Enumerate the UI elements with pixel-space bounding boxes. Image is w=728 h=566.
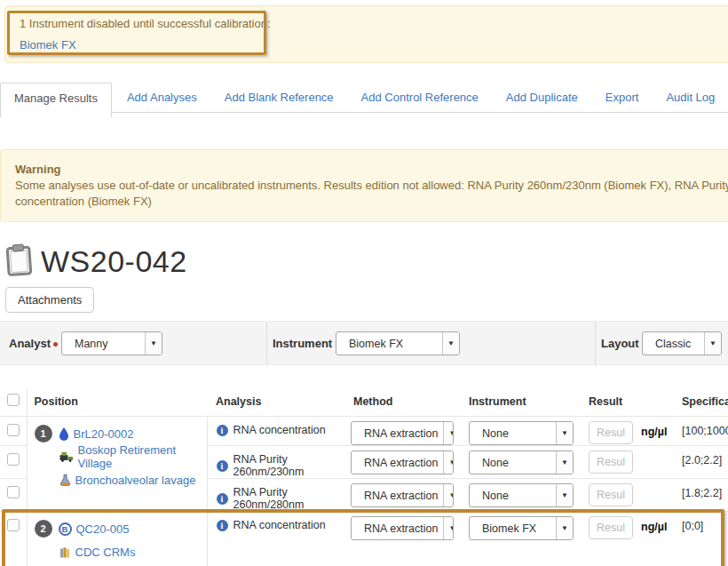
water-drop-icon	[59, 427, 69, 441]
page-title: WS20-042	[41, 244, 187, 279]
tab-add-analyses[interactable]: Add Analyses	[115, 83, 210, 113]
required-dot-icon	[53, 342, 58, 347]
analyst-select-value: Manny	[62, 338, 114, 350]
warning-text-line2: concentration (Biomek FX)	[15, 194, 728, 210]
warning-title: Warning	[15, 162, 728, 178]
sample-link[interactable]: BrL20-0002	[74, 427, 134, 441]
analysis-instrument-select-value: None	[470, 427, 514, 440]
dropdown-arrow-icon: ▼	[443, 517, 454, 539]
column-header-instrument: Instrument	[462, 388, 584, 417]
analyst-select[interactable]: Manny ▼	[61, 331, 162, 355]
tab-manage-results[interactable]: Manage Results	[0, 83, 112, 117]
method-select[interactable]: RNA extraction▼	[351, 483, 454, 507]
info-icon[interactable]: i	[217, 520, 228, 531]
analysis-instrument-select-value: None	[470, 457, 514, 469]
tab-add-control-reference[interactable]: Add Control Reference	[349, 83, 491, 113]
attachments-button[interactable]: Attachments	[5, 287, 94, 313]
sample-link[interactable]: QC20-005	[76, 522, 130, 536]
worksheet-controls-bar: Analyst Manny ▼ Instrument Biomek FX ▼ L…	[0, 321, 728, 365]
instrument-select[interactable]: Biomek FX ▼	[336, 331, 460, 355]
analysis-row: 2BQC20-005CDC CRMsiRNA concentrationRNA …	[0, 512, 728, 566]
layout-label: Layout	[601, 337, 639, 350]
dropdown-arrow-icon: ▼	[442, 332, 459, 355]
client-icon	[59, 451, 74, 462]
position-badge: 1	[35, 425, 52, 442]
calibration-alert: 1 Instrument disabled until successful c…	[4, 5, 728, 63]
row-checkbox[interactable]	[7, 424, 20, 436]
unit-label: ng/µl	[641, 426, 667, 438]
sample-type-link[interactable]: CDC CRMs	[75, 546, 136, 559]
column-header-specification: Specification	[677, 388, 728, 417]
analysis-instrument-select[interactable]: Biomek FX▼	[469, 516, 574, 540]
result-input	[589, 450, 633, 474]
analysis-row: 1BrL20-0002Boskop Retirement VillageBron…	[0, 417, 728, 446]
analysis-instrument-select[interactable]: None▼	[469, 450, 574, 474]
method-select-value: RNA extraction	[352, 427, 443, 440]
specification-value: [0;0]	[682, 520, 703, 532]
column-header-analysis: Analysis	[207, 388, 346, 417]
tab-bar: Manage ResultsAdd AnalysesAdd Blank Refe…	[0, 83, 728, 113]
position-badge: 2	[35, 520, 52, 538]
sample-type-link[interactable]: Bronchoalveolar lavage	[75, 474, 196, 487]
calibration-alert-message: 1 Instrument disabled until successful c…	[20, 17, 728, 30]
info-icon[interactable]: i	[217, 493, 228, 505]
method-select[interactable]: RNA extraction▼	[351, 516, 454, 540]
analysis-instrument-select[interactable]: None▼	[469, 421, 574, 445]
analysis-name: RNA concentration	[233, 424, 326, 436]
tab-audit-log[interactable]: Audit Log	[653, 83, 727, 113]
result-input	[589, 421, 633, 444]
method-select[interactable]: RNA extraction▼	[351, 450, 454, 474]
analyst-label: Analyst	[9, 337, 51, 350]
column-header-position: Position	[27, 388, 207, 417]
method-select-value: RNA extraction	[352, 457, 443, 469]
layout-select[interactable]: Classic ▼	[642, 331, 722, 355]
instrument-label: Instrument	[273, 337, 332, 350]
worksheet-page: 1 Instrument disabled until successful c…	[0, 0, 728, 566]
analysis-name: RNA Purity 260nm/280nm	[233, 486, 347, 511]
method-select[interactable]: RNA extraction▼	[351, 421, 454, 445]
dropdown-arrow-icon: ▼	[556, 451, 573, 474]
dropdown-arrow-icon: ▼	[556, 422, 573, 444]
bar-divider	[266, 322, 267, 366]
specification-value: [2.0;2.2]	[682, 454, 722, 466]
method-select-value: RNA extraction	[352, 522, 443, 535]
row-checkbox[interactable]	[7, 519, 20, 531]
warning-text-line1: Some analyses use out-of-date or uncalib…	[15, 178, 728, 194]
result-input	[589, 516, 633, 539]
specification-value: [1.8;2.2]	[682, 487, 722, 499]
warning-alert: Warning Some analyses use out-of-date or…	[0, 149, 728, 222]
dropdown-arrow-icon: ▼	[443, 484, 454, 506]
dropdown-arrow-icon: ▼	[556, 484, 573, 506]
analysis-instrument-select-value: Biomek FX	[470, 522, 542, 535]
result-input	[589, 483, 633, 506]
reference-samples-icon	[59, 546, 71, 558]
analysis-name: RNA Purity 260nm/230nm	[233, 453, 347, 478]
tab-export[interactable]: Export	[593, 83, 652, 113]
method-select-value: RNA extraction	[352, 490, 443, 502]
specification-value: [100;1000]	[682, 425, 728, 437]
clipboard-icon	[4, 242, 35, 280]
dropdown-arrow-icon: ▼	[556, 517, 573, 539]
analysis-instrument-select[interactable]: None▼	[469, 483, 574, 507]
row-checkbox[interactable]	[7, 486, 20, 498]
sample-type-flask-icon	[59, 474, 71, 486]
tab-add-blank-reference[interactable]: Add Blank Reference	[212, 83, 346, 113]
analysis-instrument-select-value: None	[470, 490, 514, 502]
instrument-link[interactable]: Biomek FX	[20, 38, 76, 52]
tab-add-duplicate[interactable]: Add Duplicate	[494, 83, 590, 113]
bar-divider	[595, 322, 596, 366]
client-link[interactable]: Boskop Retirement Village	[78, 443, 207, 470]
select-all-checkbox[interactable]	[7, 394, 20, 406]
info-icon[interactable]: i	[217, 425, 228, 436]
row-checkbox[interactable]	[7, 453, 20, 466]
layout-select-value: Classic	[643, 338, 696, 350]
dropdown-arrow-icon: ▼	[443, 451, 454, 474]
info-icon[interactable]: i	[217, 460, 228, 472]
blank-reference-icon: B	[59, 522, 72, 536]
dropdown-arrow-icon: ▼	[145, 332, 162, 355]
results-table: Position Analysis Method Instrument Resu…	[0, 388, 728, 566]
instrument-select-value: Biomek FX	[336, 338, 408, 350]
analysis-name: RNA concentration	[233, 519, 326, 531]
column-header-method: Method	[346, 388, 462, 417]
dropdown-arrow-icon: ▼	[443, 422, 454, 444]
